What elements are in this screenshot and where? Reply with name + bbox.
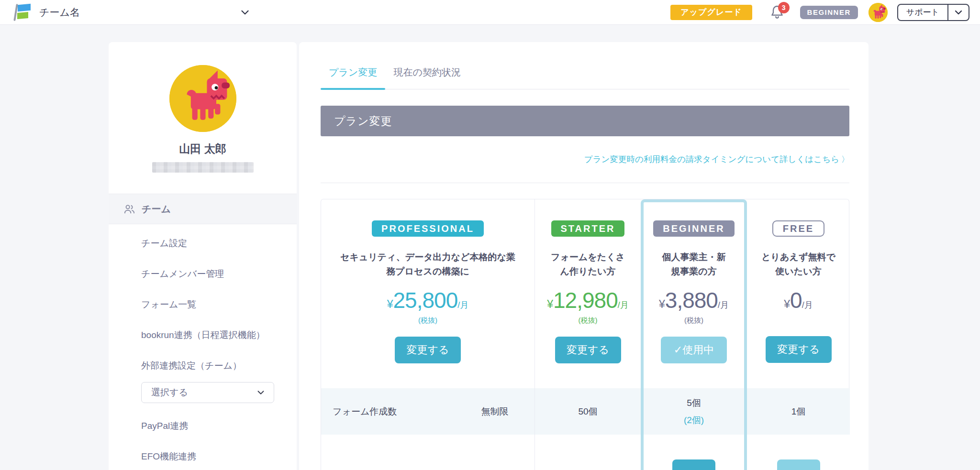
section-header: プラン変更: [321, 106, 849, 136]
link-arrow-icon: 〉: [841, 155, 849, 164]
sidebar-section-team[interactable]: チーム: [109, 194, 297, 224]
billing-link-row: プラン変更時の利用料金の請求タイミングについて詳しくはこちら〉: [321, 153, 849, 165]
upgrade-button[interactable]: アップグレード: [670, 5, 752, 20]
sidebar-item-team-members[interactable]: チームメンバー管理: [109, 259, 297, 289]
sidebar-menu-lower: PayPal連携 EFO機能連携: [109, 403, 297, 470]
tab-plan-change[interactable]: プラン変更: [321, 66, 385, 89]
plan-card-professional: PROFESSIONAL セキュリティ、データ出力など本格的な業 務プロセスの構…: [321, 199, 535, 388]
free-change-button[interactable]: 変更する: [766, 336, 832, 363]
info-icon[interactable]: [436, 454, 448, 470]
starter-description: フォームをたくさ ん作りたい方: [551, 250, 625, 279]
feature-label-form-count: フォーム作成数: [321, 388, 455, 435]
sidebar-section-label: チーム: [142, 203, 171, 216]
professional-badge: PROFESSIONAL: [372, 220, 484, 237]
tab-current-contract[interactable]: 現在の契約状況: [385, 66, 468, 89]
beginner-description: 個人事業主・新 規事業の方: [662, 250, 726, 279]
professional-tax-note: (税抜): [418, 316, 437, 325]
sidebar-item-bookrun[interactable]: bookrun連携（日程選択機能）: [109, 320, 297, 350]
sidebar-item-form-list[interactable]: フォーム一覧: [109, 289, 297, 320]
beginner-price: ¥3,880/月: [659, 289, 729, 311]
plan-tabs: プラン変更 現在の契約状況: [321, 66, 849, 89]
support-label: サポート: [898, 5, 947, 20]
plan-card-starter: STARTER フォームをたくさ ん作りたい方 ¥12,980/月 (税抜) 変…: [535, 199, 641, 388]
starter-tax-note: (税抜): [579, 316, 598, 325]
starter-change-button[interactable]: 変更する: [555, 337, 621, 363]
profile-avatar: [169, 65, 236, 132]
support-chevron-down-icon: [947, 5, 969, 20]
notification-bell-icon[interactable]: 3: [769, 4, 786, 21]
billing-timing-link[interactable]: プラン変更時の利用料金の請求タイミングについて詳しくはこちら〉: [584, 154, 849, 164]
beginner-tax-note: (税抜): [684, 316, 703, 325]
beginner-in-use-button[interactable]: ✓使用中: [661, 337, 727, 363]
form-count-beginner-current: (2個): [684, 414, 704, 426]
starter-badge: STARTER: [551, 220, 625, 237]
team-name: チーム名: [39, 6, 80, 19]
beginner-badge: BEGINNER: [653, 220, 735, 237]
main-content: プラン変更 現在の契約状況 プラン変更 プラン変更時の利用料金の請求タイミングに…: [299, 42, 869, 470]
feature-label-monthly-responses: 月間フォーム回答数: [321, 435, 455, 470]
sidebar-item-paypal[interactable]: PayPal連携: [109, 411, 297, 441]
team-users-icon: [123, 203, 136, 216]
pricing-table: PROFESSIONAL セキュリティ、データ出力など本格的な業 務プロセスの構…: [321, 199, 849, 470]
form-count-starter: 50個: [535, 388, 641, 435]
professional-description: セキュリティ、データ出力など本格的な業 務プロセスの構築に: [340, 250, 515, 279]
monthly-responses-professional: 無制限: [455, 435, 535, 470]
section-title: プラン変更: [334, 114, 392, 129]
user-avatar[interactable]: [869, 3, 888, 22]
integration-select[interactable]: 選択する: [141, 382, 274, 403]
free-price: ¥0/月: [784, 289, 813, 311]
monthly-responses-starter: 無制限: [535, 435, 641, 470]
free-add-button[interactable]: 追加: [777, 459, 820, 470]
monthly-responses-free: 追加: [747, 435, 850, 470]
beginner-add-button[interactable]: 追加: [672, 459, 715, 470]
support-dropdown[interactable]: サポート: [897, 4, 969, 21]
plan-card-beginner-highlighted: BEGINNER 個人事業主・新 規事業の方 ¥3,880/月 (税抜) ✓使用…: [641, 199, 747, 388]
notification-badge: 3: [778, 2, 790, 13]
monthly-responses-beginner: 追加: [641, 435, 747, 470]
select-chevron-down-icon: [256, 387, 266, 398]
sidebar: 山田 太郎 チーム チーム設定 チームメンバー管理 フォーム一覧 bookrun…: [109, 42, 297, 470]
plan-card-free: FREE とりあえず無料で 使いたい方 ¥0/月 変更する: [747, 199, 850, 388]
divider: [321, 183, 849, 183]
profile-name: 山田 太郎: [109, 142, 297, 156]
form-count-professional: 無制限: [455, 388, 535, 435]
sidebar-item-external-integrations[interactable]: 外部連携設定（チーム）: [109, 350, 297, 381]
form-count-free: 1個: [747, 388, 850, 435]
masked-email: [152, 162, 254, 173]
professional-change-button[interactable]: 変更する: [395, 337, 461, 363]
professional-price: ¥25,800/月: [387, 289, 469, 311]
topbar: チーム名 アップグレード 3 BEGINNER: [0, 0, 980, 25]
app-logo-icon: [11, 2, 32, 22]
free-description: とりあえず無料で 使いたい方: [761, 250, 835, 279]
sidebar-menu: チーム設定 チームメンバー管理 フォーム一覧 bookrun連携（日程選択機能）…: [109, 224, 297, 381]
team-chevron-down-icon[interactable]: [239, 6, 251, 19]
sidebar-item-efo[interactable]: EFO機能連携: [109, 441, 297, 470]
form-count-beginner: 5個 (2個): [641, 388, 747, 435]
current-plan-badge: BEGINNER: [800, 6, 858, 19]
sidebar-item-team-settings[interactable]: チーム設定: [109, 228, 297, 259]
integration-select-value: 選択する: [151, 386, 188, 399]
starter-price: ¥12,980/月: [547, 289, 629, 311]
free-badge: FREE: [772, 220, 824, 237]
check-icon: ✓: [674, 344, 682, 356]
